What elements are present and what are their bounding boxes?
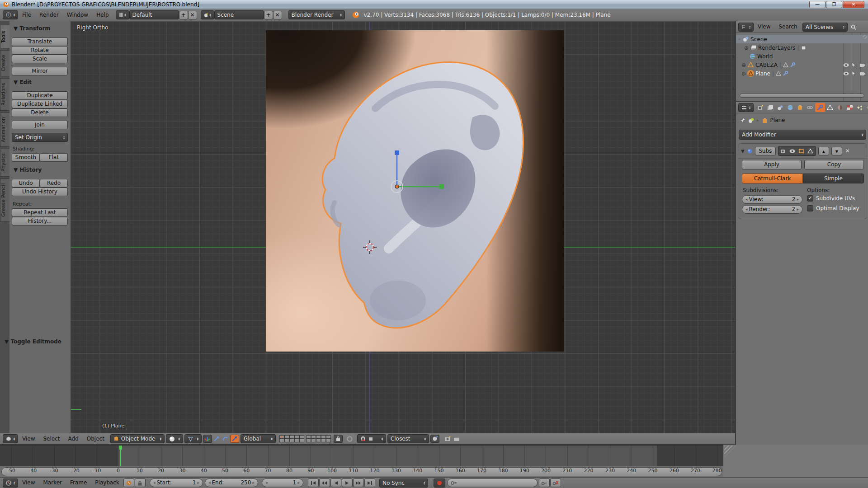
layer-toggle[interactable] [321, 439, 326, 442]
prev-keyframe-button[interactable] [319, 479, 330, 487]
layer-toggle[interactable] [289, 435, 294, 439]
sync-mode-select[interactable]: No Sync▴▾ [379, 479, 428, 488]
play-reverse-button[interactable] [330, 479, 341, 487]
optimal-display-row[interactable]: Optimal Display [807, 205, 859, 211]
undo-button[interactable]: Undo [12, 179, 40, 188]
outliner-menu-search[interactable]: Search [774, 21, 801, 33]
vp-menu-add[interactable]: Add [64, 433, 83, 445]
editor-corner-grip[interactable] [724, 446, 736, 457]
scene-name[interactable]: Scene [214, 10, 264, 19]
manipulator-rotate-button[interactable] [221, 435, 230, 443]
layer-toggle[interactable] [294, 439, 299, 442]
keying-set-field[interactable] [447, 479, 538, 487]
layer-toggle[interactable] [299, 435, 304, 439]
mode-select[interactable]: Object Mode▴▾ [110, 434, 165, 443]
subdivide-uvs-row[interactable]: ✓ Subdivide UVs [807, 195, 855, 202]
translate-manipulator[interactable] [387, 147, 446, 197]
next-keyframe-button[interactable] [353, 479, 364, 487]
expand-icon[interactable]: ⊕ [744, 45, 749, 51]
frame-start-field[interactable]: ◂Start: 1▸ [150, 479, 203, 487]
transform-orientation-select[interactable]: Global▴▾ [241, 434, 276, 443]
panel-header-history[interactable]: ▼ History [14, 167, 42, 173]
panel-header-transform[interactable]: ▼ Transform [14, 25, 51, 32]
opengl-render-button[interactable] [443, 435, 452, 443]
layer-toggle[interactable] [311, 435, 316, 439]
join-button[interactable]: Join [12, 121, 68, 129]
manipulator-toggle-button[interactable] [203, 435, 212, 443]
title-bar[interactable]: Blender* [D:\PROYECTOS GRAFICOS\BLENDER\… [0, 0, 868, 9]
smooth-button[interactable]: Smooth [12, 153, 40, 162]
modifier-editmode-toggle[interactable] [797, 147, 806, 155]
tab-physics[interactable] [865, 103, 868, 112]
scene-context-icon[interactable] [748, 117, 754, 123]
ear-mesh-object[interactable] [312, 50, 547, 361]
tab-object-data[interactable] [825, 103, 835, 112]
duplicate-linked-button[interactable]: Duplicate Linked [12, 100, 68, 108]
snap-toggle-group[interactable]: ▴▾ [357, 434, 386, 443]
manipulator-scale-button[interactable] [230, 435, 239, 443]
add-layout-button[interactable]: + [179, 11, 188, 19]
manipulator-z-handle[interactable] [395, 150, 399, 155]
tab-grease-pencil[interactable]: Grease Pencil [0, 178, 9, 222]
pin-icon[interactable] [740, 117, 745, 123]
screen-layout-name[interactable]: Default [129, 10, 179, 19]
view-subdivisions-field[interactable]: ◂View: 2▸ [742, 195, 802, 204]
operator-panel-header[interactable]: ▼ Toggle Editmode [5, 338, 61, 345]
tab-animation[interactable]: Animation [0, 113, 9, 147]
tab-particles[interactable] [855, 103, 865, 112]
vp-menu-select[interactable]: Select [39, 433, 64, 445]
layer-toggle[interactable] [284, 435, 289, 439]
modifier-move-up-button[interactable]: ▲ [818, 147, 829, 155]
selectability-cursor-icon[interactable] [852, 62, 856, 67]
render-subdivisions-field[interactable]: ◂Render: 2▸ [742, 205, 802, 214]
simple-button[interactable]: Simple [803, 174, 864, 183]
layers-widget[interactable] [279, 435, 331, 442]
snap-element-select[interactable]: Closest▴▾ [387, 434, 429, 443]
flat-button[interactable]: Flat [40, 153, 68, 162]
scene-icon-button[interactable]: ▴▾ [201, 10, 214, 19]
tab-object[interactable] [795, 103, 805, 112]
tab-render[interactable] [755, 103, 765, 112]
set-origin-menu[interactable]: Set Origin▴▾ [12, 133, 68, 142]
tl-menu-marker[interactable]: Marker [39, 477, 66, 488]
vp-menu-object[interactable]: Object [83, 433, 108, 445]
layer-toggle[interactable] [306, 439, 311, 442]
outliner-search-button[interactable] [849, 23, 858, 31]
outliner-row-plane[interactable]: ⊕ Plane | [736, 69, 868, 78]
layer-toggle[interactable] [326, 439, 331, 442]
tl-menu-playback[interactable]: Playback [91, 477, 123, 488]
delete-keyframe-button[interactable] [550, 479, 561, 487]
duplicate-button[interactable]: Duplicate [12, 91, 68, 100]
outliner-row-renderlayers[interactable]: ⊕ RenderLayers | [736, 43, 868, 52]
renderability-camera-icon[interactable] [860, 63, 865, 67]
mirror-button[interactable]: Mirror [12, 67, 68, 75]
visibility-eye-icon[interactable] [843, 63, 849, 67]
use-preview-range-button[interactable] [123, 479, 134, 487]
modifier-delete-icon[interactable]: ✕ [845, 148, 850, 154]
layer-toggle[interactable] [306, 435, 311, 439]
tab-tools[interactable]: Tools [0, 25, 9, 48]
scale-button[interactable]: Scale [12, 55, 68, 63]
delete-scene-button[interactable]: ✕ [273, 11, 282, 19]
tab-world[interactable] [785, 103, 795, 112]
jump-to-start-button[interactable] [308, 479, 319, 487]
timeline-canvas[interactable] [0, 445, 723, 466]
close-button[interactable]: ✕ [843, 1, 864, 8]
timeline-playhead-cap[interactable] [119, 446, 122, 450]
tab-create[interactable]: Create [0, 50, 9, 76]
editor-type-button-timeline[interactable]: ▴▾ [3, 479, 18, 488]
modifier-move-down-button[interactable]: ▼ [831, 147, 842, 155]
editor-type-button-3dview[interactable]: ▴▾ [3, 434, 18, 443]
tab-relations[interactable]: Relations [0, 78, 9, 111]
auto-keyframe-button[interactable] [434, 479, 445, 488]
layer-toggle[interactable] [316, 439, 321, 442]
frame-end-field[interactable]: ◂End: 250▸ [205, 479, 258, 487]
translate-button[interactable]: Translate [12, 38, 68, 46]
modifier-cage-toggle[interactable] [806, 147, 815, 155]
screen-layout-icon-button[interactable]: ▴▾ [116, 10, 129, 19]
collapse-icon[interactable]: ◦ [738, 36, 741, 42]
vp-menu-view[interactable]: View [18, 433, 39, 445]
layer-toggle[interactable] [294, 435, 299, 439]
menu-window[interactable]: Window [63, 9, 92, 21]
lock-to-scene-button[interactable] [334, 435, 343, 443]
